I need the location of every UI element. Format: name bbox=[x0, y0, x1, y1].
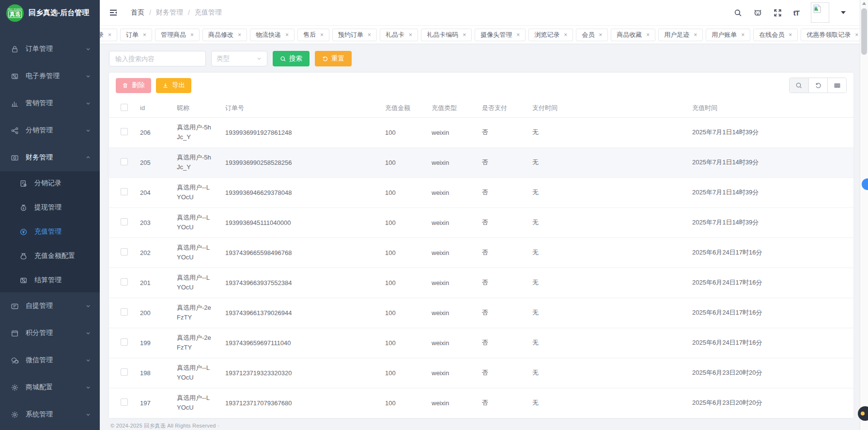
tab-close-icon[interactable]: × bbox=[190, 32, 194, 38]
breadcrumb-item-首页[interactable]: 首页 bbox=[131, 8, 144, 17]
row-checkbox[interactable] bbox=[121, 188, 128, 195]
sidebar-item-自提管理[interactable]: 自提管理 bbox=[0, 292, 100, 319]
sidebar-subitem-充值管理[interactable]: 充值管理 bbox=[0, 220, 100, 244]
fullscreen-icon[interactable] bbox=[774, 9, 782, 17]
select-all-checkbox[interactable] bbox=[121, 104, 128, 111]
row-checkbox[interactable] bbox=[121, 368, 128, 376]
cell-order-no: 1937439663937552384 bbox=[217, 268, 377, 298]
tab-close-icon[interactable]: × bbox=[285, 32, 289, 38]
table-columns-button[interactable] bbox=[827, 78, 846, 93]
tab-close-icon[interactable]: × bbox=[143, 32, 146, 38]
sidebar-item-系统管理[interactable]: 系统管理 bbox=[0, 401, 100, 428]
user-menu-caret-icon[interactable] bbox=[841, 11, 846, 14]
tab-物流快递[interactable]: 物流快递× bbox=[250, 29, 294, 41]
sidebar-item-label: 微信管理 bbox=[26, 356, 85, 365]
app-window: HUI XIANG 真选 回乡真选-后台管理 商品管理订单管理电子券管理营销管理… bbox=[0, 0, 868, 430]
sidebar-subitem-充值金额配置[interactable]: 充值金额配置 bbox=[0, 244, 100, 268]
tab-浏览记录[interactable]: 浏览记录× bbox=[528, 29, 573, 41]
column-header-昵称: 昵称 bbox=[169, 99, 217, 117]
tab-用户足迹[interactable]: 用户足迹× bbox=[658, 29, 703, 41]
search-button-label: 搜索 bbox=[289, 54, 302, 63]
tab-优惠券领取记录[interactable]: 优惠券领取记录× bbox=[801, 29, 864, 41]
search-icon bbox=[280, 56, 286, 62]
search-icon[interactable] bbox=[734, 9, 742, 17]
row-checkbox[interactable] bbox=[121, 218, 128, 225]
github-icon[interactable] bbox=[754, 9, 762, 17]
tab-close-icon[interactable]: × bbox=[741, 32, 744, 38]
sidebar-item-电子券管理[interactable]: 电子券管理 bbox=[0, 63, 100, 90]
tab-close-icon[interactable]: × bbox=[855, 32, 858, 38]
table-row: 200真选用户-2eFzTY1937439661379026944100weix… bbox=[109, 298, 853, 328]
sidebar-item-微信管理[interactable]: 微信管理 bbox=[0, 347, 100, 374]
search-input[interactable] bbox=[109, 51, 206, 66]
tab-close-icon[interactable]: × bbox=[463, 32, 466, 38]
row-checkbox[interactable] bbox=[121, 248, 128, 255]
tab-礼品卡编码[interactable]: 礼品卡编码× bbox=[421, 29, 472, 41]
tab-商品修改[interactable]: 商品修改× bbox=[202, 29, 247, 41]
row-checkbox[interactable] bbox=[121, 158, 128, 165]
tab-管理商品[interactable]: 管理商品× bbox=[155, 29, 200, 41]
row-checkbox[interactable] bbox=[121, 278, 128, 286]
cell-nickname: 真选用户--LYOcU bbox=[169, 177, 217, 207]
cell-order-no: 1937123719323320320 bbox=[217, 358, 377, 388]
collapse-menu-icon[interactable] bbox=[108, 8, 118, 17]
tab-label: 管理商品 bbox=[161, 31, 186, 39]
page-scrollbar[interactable] bbox=[860, 0, 868, 430]
tab-订单[interactable]: 订单× bbox=[120, 29, 152, 41]
tab-售后[interactable]: 售后× bbox=[297, 29, 329, 41]
row-checkbox[interactable] bbox=[121, 308, 128, 316]
tab-close-icon[interactable]: × bbox=[516, 32, 520, 38]
breadcrumb-item-财务管理[interactable]: 财务管理 bbox=[156, 8, 183, 17]
search-button[interactable]: 搜索 bbox=[273, 51, 310, 66]
sidebar-subitem-结算管理[interactable]: 结算管理 bbox=[0, 268, 100, 292]
doc-icon bbox=[19, 179, 28, 188]
scrollbar-thumb[interactable] bbox=[861, 8, 867, 55]
recharge-icon bbox=[19, 228, 28, 236]
tab-会员[interactable]: 会员× bbox=[576, 29, 608, 41]
avatar[interactable] bbox=[811, 2, 829, 23]
sidebar-item-财务管理[interactable]: 财务管理 bbox=[0, 144, 100, 171]
tab-close-icon[interactable]: × bbox=[694, 32, 697, 38]
tab-在线会员[interactable]: 在线会员× bbox=[753, 29, 798, 41]
cell-nickname: 真选用户-5hJc_Y bbox=[169, 147, 217, 177]
export-button[interactable]: 导出 bbox=[156, 78, 191, 93]
tab-预约订单[interactable]: 预约订单× bbox=[332, 29, 377, 41]
cell-id: 202 bbox=[132, 238, 169, 268]
tab-close-icon[interactable]: × bbox=[320, 32, 324, 38]
tab-礼品卡[interactable]: 礼品卡× bbox=[380, 29, 418, 41]
sidebar-item-分销管理[interactable]: 分销管理 bbox=[0, 117, 100, 144]
table-refresh-button[interactable] bbox=[808, 78, 827, 93]
tab-close-icon[interactable]: × bbox=[409, 32, 412, 38]
sidebar-item-label: 系统管理 bbox=[26, 410, 85, 419]
tab-close-icon[interactable]: × bbox=[564, 32, 567, 38]
sidebar-subitem-分销记录[interactable]: 分销记录 bbox=[0, 171, 100, 195]
row-checkbox-cell bbox=[109, 358, 132, 388]
sidebar-item-营销管理[interactable]: 营销管理 bbox=[0, 90, 100, 117]
row-checkbox[interactable] bbox=[121, 338, 128, 346]
tab-close-icon[interactable]: × bbox=[108, 32, 111, 38]
reset-button[interactable]: 重置 bbox=[315, 51, 352, 66]
cell-recharge-time: 2025年6月23日20时20分 bbox=[684, 358, 853, 388]
tab-close-icon[interactable]: × bbox=[789, 32, 792, 38]
table-search-toggle-button[interactable] bbox=[790, 78, 808, 93]
row-checkbox[interactable] bbox=[121, 398, 128, 406]
tab-摄像头管理[interactable]: 摄像头管理× bbox=[475, 29, 526, 41]
row-checkbox[interactable] bbox=[121, 128, 128, 135]
sidebar-subitem-提现管理[interactable]: 提现管理 bbox=[0, 195, 100, 220]
tab-用户账单[interactable]: 用户账单× bbox=[706, 29, 750, 41]
tab-close-icon[interactable]: × bbox=[368, 32, 371, 38]
tab-商品收藏[interactable]: 商品收藏× bbox=[611, 29, 655, 41]
cell-amount: 100 bbox=[377, 147, 424, 177]
scrollbar-up-arrow[interactable] bbox=[862, 2, 866, 5]
sidebar-item-订单管理[interactable]: 订单管理 bbox=[0, 35, 100, 63]
type-select[interactable]: 类型 bbox=[211, 51, 267, 66]
tab-记录[interactable]: 记录× bbox=[100, 29, 117, 41]
tab-close-icon[interactable]: × bbox=[599, 32, 602, 38]
sidebar-item-积分管理[interactable]: 积分管理 bbox=[0, 319, 100, 347]
tab-close-icon[interactable]: × bbox=[646, 32, 650, 38]
tab-close-icon[interactable]: × bbox=[238, 32, 241, 38]
font-size-icon[interactable]: tT bbox=[793, 9, 799, 17]
row-checkbox-cell bbox=[109, 117, 132, 147]
sidebar-item-商城配置[interactable]: 商城配置 bbox=[0, 374, 100, 401]
delete-button[interactable]: 删除 bbox=[116, 78, 151, 93]
